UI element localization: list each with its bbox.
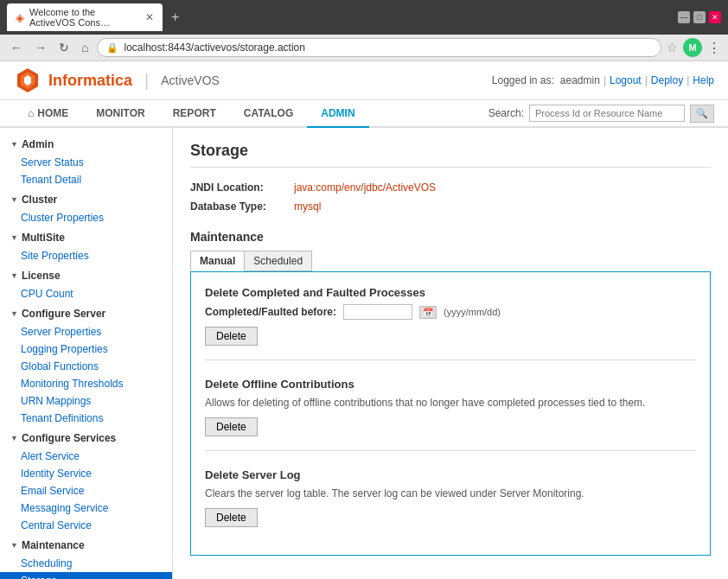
sidebar-section-cluster: ▼ Cluster Cluster Properties [0, 190, 172, 226]
sidebar-item-cluster-properties[interactable]: Cluster Properties [0, 209, 172, 226]
section-delete-offline: Delete Offline Contributions Allows for … [205, 378, 696, 451]
tab-scheduled[interactable]: Scheduled [244, 251, 312, 271]
delete-log-title: Delete Server Log [205, 468, 696, 481]
jndi-label: JNDI Location: [190, 181, 294, 194]
arrow-icon-multisite: ▼ [10, 233, 18, 242]
header-sep-2: | [645, 74, 648, 86]
maintenance-section-title: Maintenance [190, 230, 711, 244]
nav-item-catalog[interactable]: CATALOG [230, 100, 308, 128]
nav-label-admin: ADMIN [321, 107, 354, 119]
browser-menu-button[interactable]: ⋮ [707, 40, 721, 56]
tab-manual[interactable]: Manual [190, 251, 245, 271]
nav-item-home[interactable]: ⌂ HOME [14, 100, 82, 128]
delete-offline-title: Delete Offline Contributions [205, 378, 696, 391]
nav-item-admin[interactable]: ADMIN [307, 100, 368, 128]
sidebar-item-server-status[interactable]: Server Status [0, 154, 172, 171]
minimize-button[interactable]: — [678, 11, 690, 23]
maximize-button[interactable]: □ [693, 11, 706, 23]
db-row: Database Type: mysql [190, 197, 711, 216]
deploy-link[interactable]: Deploy [651, 74, 683, 86]
db-label: Database Type: [190, 200, 294, 213]
sidebar-item-central-service[interactable]: Central Service [0, 517, 172, 534]
search-button[interactable]: 🔍 [690, 105, 714, 123]
sidebar-item-alert-service[interactable]: Alert Service [0, 448, 172, 465]
sidebar-item-tenant-definitions[interactable]: Tenant Definitions [0, 410, 172, 427]
tab-close-button[interactable]: ✕ [145, 11, 154, 23]
sidebar-item-site-properties[interactable]: Site Properties [0, 247, 172, 264]
nav-bar: ⌂ HOME MONITOR REPORT CATALOG ADMIN Sear… [0, 100, 728, 128]
sidebar-group-maintenance[interactable]: ▼ Maintenance [0, 536, 172, 555]
sidebar-item-global-functions[interactable]: Global Functions [0, 358, 172, 375]
sidebar-group-multisite-label: MultiSite [22, 232, 65, 244]
avatar-button[interactable]: M [683, 38, 702, 57]
search-label: Search: [489, 107, 524, 119]
db-value: mysql [294, 200, 321, 213]
browser-tab[interactable]: ◈ Welcome to the ActiveVOS Cons… ✕ [7, 3, 163, 31]
sidebar-item-messaging-service[interactable]: Messaging Service [0, 499, 172, 517]
header-sep-1: | [603, 74, 606, 86]
date-input[interactable] [343, 304, 412, 320]
main-area: ▼ Admin Server Status Tenant Detail ▼ Cl… [0, 128, 728, 579]
sidebar-item-storage[interactable]: Storage [0, 572, 172, 579]
delete-offline-button[interactable]: Delete [205, 417, 258, 436]
logged-in-label: Logged in as: [492, 74, 554, 86]
browser-toolbar: ← → ↻ ⌂ 🔒 ☆ M ⋮ [0, 35, 728, 61]
sidebar-item-monitoring-thresholds[interactable]: Monitoring Thresholds [0, 375, 172, 392]
section-delete-log: Delete Server Log Clears the server log … [205, 468, 696, 541]
delete-log-button[interactable]: Delete [205, 508, 258, 527]
date-hint: (yyyy/mm/dd) [444, 307, 501, 317]
tab-content: Delete Completed and Faulted Processes C… [190, 271, 711, 556]
page-title: Storage [190, 142, 711, 168]
logo-text: Informatica [48, 72, 132, 90]
sidebar-item-server-properties[interactable]: Server Properties [0, 323, 172, 340]
forward-button[interactable]: → [31, 39, 50, 56]
url-input[interactable] [124, 41, 652, 54]
sidebar-item-cpu-count[interactable]: CPU Count [0, 285, 172, 302]
sidebar: ▼ Admin Server Status Tenant Detail ▼ Cl… [0, 128, 173, 579]
bookmark-button[interactable]: ☆ [667, 41, 678, 54]
arrow-icon-admin: ▼ [10, 140, 18, 149]
sidebar-item-urn-mappings[interactable]: URN Mappings [0, 392, 172, 410]
sidebar-item-identity-service[interactable]: Identity Service [0, 465, 172, 482]
arrow-icon-configure-server: ▼ [10, 309, 18, 318]
back-button[interactable]: ← [7, 39, 26, 56]
reload-button[interactable]: ↻ [55, 39, 73, 56]
delete-offline-desc: Allows for deleting of offline contribut… [205, 396, 696, 410]
nav-items: ⌂ HOME MONITOR REPORT CATALOG ADMIN [14, 100, 369, 126]
arrow-icon-configure-services: ▼ [10, 434, 18, 442]
nav-item-report[interactable]: REPORT [159, 100, 230, 128]
new-tab-button[interactable]: + [166, 10, 184, 25]
header-right: Logged in as: aeadmin | Logout | Deploy … [492, 74, 714, 86]
sidebar-group-cluster[interactable]: ▼ Cluster [0, 190, 172, 209]
sidebar-item-logging-properties[interactable]: Logging Properties [0, 340, 172, 358]
sidebar-group-configure-server[interactable]: ▼ Configure Server [0, 304, 172, 323]
logout-link[interactable]: Logout [610, 74, 642, 86]
arrow-icon-license: ▼ [10, 271, 18, 280]
delete-processes-button[interactable]: Delete [205, 327, 258, 346]
arrow-icon-maintenance: ▼ [10, 541, 18, 550]
sidebar-group-multisite[interactable]: ▼ MultiSite [0, 228, 172, 247]
address-bar[interactable]: 🔒 [97, 38, 661, 57]
search-input[interactable] [529, 105, 685, 122]
sidebar-item-scheduling[interactable]: Scheduling [0, 555, 172, 572]
sidebar-item-email-service[interactable]: Email Service [0, 482, 172, 499]
sidebar-group-admin[interactable]: ▼ Admin [0, 135, 172, 154]
nav-label-monitor: MONITOR [96, 107, 144, 119]
sidebar-section-configure-services: ▼ Configure Services Alert Service Ident… [0, 429, 172, 534]
browser-titlebar: ◈ Welcome to the ActiveVOS Cons… ✕ + — □… [0, 0, 728, 35]
delete-processes-title: Delete Completed and Faulted Processes [205, 286, 696, 299]
sidebar-group-maintenance-label: Maintenance [22, 539, 85, 551]
window-controls: — □ ✕ [678, 11, 721, 23]
nav-label-catalog: CATALOG [244, 107, 294, 119]
home-nav-button[interactable]: ⌂ [78, 39, 92, 56]
content-area: Storage JNDI Location: java:comp/env/jdb… [173, 128, 728, 579]
sidebar-section-configure-server: ▼ Configure Server Server Properties Log… [0, 304, 172, 427]
close-button[interactable]: ✕ [709, 11, 721, 23]
sidebar-item-tenant-detail[interactable]: Tenant Detail [0, 171, 172, 188]
nav-item-monitor[interactable]: MONITOR [82, 100, 158, 128]
sidebar-group-license[interactable]: ▼ License [0, 266, 172, 285]
help-link[interactable]: Help [693, 74, 714, 86]
calendar-button[interactable]: 📅 [419, 306, 437, 319]
sidebar-group-configure-services[interactable]: ▼ Configure Services [0, 429, 172, 448]
username: aeadmin [560, 74, 600, 86]
